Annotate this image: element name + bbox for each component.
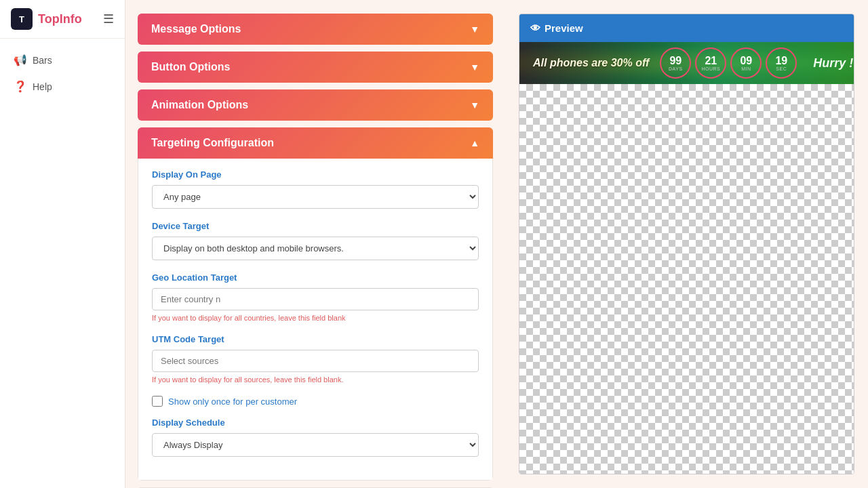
chevron-down-icon: ▼ xyxy=(470,24,479,35)
main-content: Message Options ▼ Button Options ▼ Anima… xyxy=(125,0,868,488)
geo-location-label: Geo Location Target xyxy=(152,272,479,283)
promo-text: All phones are 30% off xyxy=(533,57,649,69)
accordion-targeting-config-header[interactable]: Targeting Configuration ▲ xyxy=(138,127,493,159)
help-icon: ❓ xyxy=(14,80,27,93)
preview-container: 👁 Preview All phones are 30% off 99 DAYS… xyxy=(519,14,854,474)
countdown-hours: 21 HOURS xyxy=(695,47,726,79)
right-panel: 👁 Preview All phones are 30% off 99 DAYS… xyxy=(505,0,868,488)
accordion-animation-options: Animation Options ▼ xyxy=(138,89,493,121)
countdown-hours-label: HOURS xyxy=(701,66,720,71)
accordion-targeting-config-label: Targeting Configuration xyxy=(151,137,274,149)
sidebar-item-bars-label: Bars xyxy=(33,55,52,66)
preview-bar: All phones are 30% off 99 DAYS 21 HOURS … xyxy=(519,42,854,84)
show-once-label[interactable]: Show only once for per customer xyxy=(168,396,297,407)
sidebar-item-help[interactable]: ❓ Help xyxy=(0,73,125,100)
countdown-secs-label: SEC xyxy=(776,66,787,71)
accordion-button-options: Button Options ▼ xyxy=(138,52,493,83)
countdown-days: 99 DAYS xyxy=(660,47,691,79)
app-name: TopInfo xyxy=(38,12,82,26)
sidebar-nav: 📢 Bars ❓ Help xyxy=(0,39,125,108)
countdown-hours-value: 21 xyxy=(705,56,717,66)
device-target-select[interactable]: Display on both desktop and mobile brows… xyxy=(152,237,479,260)
countdown-mins: 09 MIN xyxy=(730,47,762,79)
countdown-group: 99 DAYS 21 HOURS 09 MIN 19 SEC xyxy=(660,47,797,79)
accordion-animation-options-header[interactable]: Animation Options ▼ xyxy=(138,89,493,121)
device-target-section: Device Target Display on both desktop an… xyxy=(152,221,479,260)
hamburger-icon[interactable]: ☰ xyxy=(103,12,114,26)
geo-location-hint: If you want to display for all countries… xyxy=(152,314,479,322)
accordion-animation-options-label: Animation Options xyxy=(151,99,248,111)
preview-header: 👁 Preview xyxy=(519,14,854,42)
countdown-days-value: 99 xyxy=(669,56,682,66)
sidebar-item-bars[interactable]: 📢 Bars xyxy=(0,47,125,73)
targeting-config-body: Display On Page Any page Home page Produ… xyxy=(138,159,493,481)
display-on-page-section: Display On Page Any page Home page Produ… xyxy=(152,169,479,209)
display-schedule-select[interactable]: Always Display Schedule xyxy=(152,433,479,457)
preview-checkerboard xyxy=(519,84,854,474)
eye-icon: 👁 xyxy=(530,22,540,34)
chevron-up-icon: ▲ xyxy=(470,138,479,148)
utm-code-input[interactable] xyxy=(152,350,479,372)
show-once-checkbox[interactable] xyxy=(152,396,163,407)
bars-icon: 📢 xyxy=(14,54,27,66)
sidebar-item-help-label: Help xyxy=(33,81,52,92)
hurry-text: Hurry ! xyxy=(813,56,853,70)
utm-code-section: UTM Code Target If you want to display f… xyxy=(152,334,479,384)
countdown-secs-value: 19 xyxy=(775,56,787,66)
geo-location-section: Geo Location Target If you want to displ… xyxy=(152,272,479,322)
accordion-targeting-config: Targeting Configuration ▲ Display On Pag… xyxy=(138,127,493,481)
display-on-page-select[interactable]: Any page Home page Product page Cart pag… xyxy=(152,185,479,209)
show-once-row: Show only once for per customer xyxy=(152,396,479,407)
accordion-button-options-label: Button Options xyxy=(151,61,230,73)
accordion-message-options: Message Options ▼ xyxy=(138,14,493,45)
display-on-page-label: Display On Page xyxy=(152,169,479,180)
chevron-down-icon-3: ▼ xyxy=(470,100,479,110)
countdown-mins-label: MIN xyxy=(741,66,751,71)
utm-code-label: UTM Code Target xyxy=(152,334,479,344)
geo-location-input[interactable] xyxy=(152,288,479,310)
accordion-button-options-header[interactable]: Button Options ▼ xyxy=(138,52,493,83)
accordion-message-options-header[interactable]: Message Options ▼ xyxy=(138,14,493,45)
accordion-message-options-label: Message Options xyxy=(151,23,241,35)
display-schedule-section: Display Schedule Always Display Schedule xyxy=(152,418,479,457)
countdown-secs: 19 SEC xyxy=(766,47,797,79)
left-panel: Message Options ▼ Button Options ▼ Anima… xyxy=(125,0,505,488)
device-target-label: Device Target xyxy=(152,221,479,231)
sidebar: T TopInfo ☰ 📢 Bars ❓ Help xyxy=(0,0,125,488)
display-schedule-label: Display Schedule xyxy=(152,418,479,428)
chevron-down-icon-2: ▼ xyxy=(470,62,479,73)
countdown-days-label: DAYS xyxy=(669,66,683,71)
logo-area: T TopInfo ☰ xyxy=(0,0,125,39)
countdown-mins-value: 09 xyxy=(740,56,752,66)
logo-icon: T xyxy=(11,8,33,30)
preview-label: Preview xyxy=(545,22,583,34)
utm-code-hint: If you want to display for all sources, … xyxy=(152,375,479,384)
